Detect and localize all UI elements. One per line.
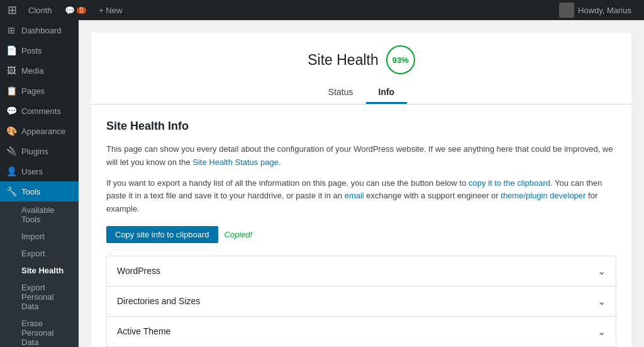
- chevron-down-icon: ⌄: [597, 326, 606, 338]
- actions-row: Copy site info to clipboard Copied!: [106, 226, 616, 243]
- sidebar-item-plugins[interactable]: 🔌 Plugins: [0, 141, 79, 161]
- email-link[interactable]: email: [345, 191, 364, 200]
- users-icon: 👤: [6, 166, 16, 176]
- page-title: Site Health: [308, 52, 379, 69]
- info-paragraph-1: This page can show you every detail abou…: [106, 143, 616, 169]
- adminbar-comments[interactable]: 💬 0: [58, 0, 93, 20]
- sidebar-item-media[interactable]: 🖼 Media: [0, 60, 79, 81]
- section-title: Site Health Info: [106, 120, 616, 133]
- sidebar-item-label: Tools: [21, 187, 40, 196]
- sidebar-item-label: Appearance: [21, 127, 65, 136]
- sidebar-item-appearance[interactable]: 🎨 Appearance: [0, 121, 79, 141]
- adminbar-right: Howdy, Marius: [554, 0, 636, 20]
- health-score-badge: 93%: [386, 45, 415, 74]
- sidebar-item-pages[interactable]: 📋 Pages: [0, 81, 79, 101]
- info-paragraph-2: If you want to export a handy list of al…: [106, 177, 616, 216]
- theme-plugin-link[interactable]: theme/plugin developer: [501, 191, 586, 200]
- chevron-down-icon: ⌄: [597, 265, 606, 277]
- content-area: Site Health 93% Status Info Site Health …: [79, 20, 644, 347]
- accordion-label: Active Theme: [117, 326, 170, 336]
- submenu-erase-personal-data[interactable]: Erase Personal Data: [0, 315, 79, 347]
- tools-submenu: Available Tools Import Export Site Healt…: [0, 202, 79, 347]
- plugins-icon: 🔌: [6, 146, 16, 156]
- admin-bar: ⊞ Clorith 💬 0 + New Howdy, Marius: [0, 0, 644, 20]
- sidebar-item-users[interactable]: 👤 Users: [0, 161, 79, 181]
- comments-count: 0: [77, 7, 87, 14]
- submenu-available-tools[interactable]: Available Tools: [0, 202, 79, 228]
- accordion-item-wordpress: WordPress ⌄: [107, 256, 616, 287]
- sidebar-item-label: Users: [21, 167, 43, 176]
- submenu-export[interactable]: Export: [0, 245, 79, 262]
- main-wrap: ⊞ Dashboard 📄 Posts 🖼 Media 📋 Pages 💬 Co…: [0, 20, 644, 347]
- admin-sidebar: ⊞ Dashboard 📄 Posts 🖼 Media 📋 Pages 💬 Co…: [0, 20, 79, 347]
- sidebar-item-label: Plugins: [21, 147, 48, 156]
- copied-message: Copied!: [225, 230, 253, 239]
- sidebar-item-label: Posts: [21, 46, 42, 55]
- adminbar-new[interactable]: + New: [92, 0, 128, 20]
- accordion-header-wordpress[interactable]: WordPress ⌄: [107, 256, 616, 286]
- sidebar-item-label: Dashboard: [21, 26, 62, 35]
- wp-logo-icon[interactable]: ⊞: [8, 3, 17, 17]
- accordion-label: WordPress: [117, 266, 160, 276]
- sidebar-item-dashboard[interactable]: ⊞ Dashboard: [0, 20, 79, 40]
- accordion-label: Directories and Sizes: [117, 296, 200, 306]
- appearance-icon: 🎨: [6, 126, 16, 136]
- page-header: Site Health 93% Status Info: [91, 33, 631, 105]
- accordion-header-directories-sizes[interactable]: Directories and Sizes ⌄: [107, 287, 616, 316]
- sidebar-item-label: Pages: [21, 86, 45, 96]
- content-body: Site Health Info This page can show you …: [91, 105, 631, 347]
- sidebar-item-tools[interactable]: 🔧 Tools: [0, 181, 79, 202]
- copy-link[interactable]: copy it to the clipboard: [469, 178, 550, 188]
- accordion-header-active-theme[interactable]: Active Theme ⌄: [107, 317, 616, 346]
- submenu-import[interactable]: Import: [0, 228, 79, 245]
- comments-icon: 💬: [6, 106, 16, 116]
- tabs-nav: Status Info: [104, 82, 619, 104]
- copy-site-info-button[interactable]: Copy site info to clipboard: [106, 226, 218, 243]
- page-title-row: Site Health 93%: [104, 45, 619, 74]
- sidebar-item-label: Media: [21, 66, 43, 76]
- sidebar-item-comments[interactable]: 💬 Comments: [0, 101, 79, 121]
- media-icon: 🖼: [6, 65, 16, 76]
- howdy-text: Howdy, Marius: [578, 6, 631, 15]
- site-health-status-link[interactable]: Site Health Status page: [192, 157, 279, 167]
- tab-info[interactable]: Info: [366, 82, 408, 104]
- pages-icon: 📋: [6, 86, 16, 96]
- sidebar-item-label: Comments: [21, 106, 61, 116]
- submenu-export-personal-data[interactable]: Export Personal Data: [0, 279, 79, 315]
- chevron-down-icon: ⌄: [597, 295, 606, 307]
- accordion-item-directories-sizes: Directories and Sizes ⌄: [107, 287, 616, 317]
- submenu-site-health[interactable]: Site Health: [0, 262, 79, 279]
- avatar: [559, 3, 574, 18]
- adminbar-howdy[interactable]: Howdy, Marius: [554, 0, 636, 20]
- posts-icon: 📄: [6, 45, 16, 55]
- sidebar-item-posts[interactable]: 📄 Posts: [0, 40, 79, 60]
- accordion-list: WordPress ⌄ Directories and Sizes ⌄ Acti…: [106, 256, 616, 347]
- dashboard-icon: ⊞: [6, 25, 16, 35]
- accordion-item-active-theme: Active Theme ⌄: [107, 317, 616, 347]
- tools-icon: 🔧: [6, 186, 16, 196]
- tab-status[interactable]: Status: [316, 82, 366, 104]
- adminbar-site-name[interactable]: Clorith: [22, 0, 58, 20]
